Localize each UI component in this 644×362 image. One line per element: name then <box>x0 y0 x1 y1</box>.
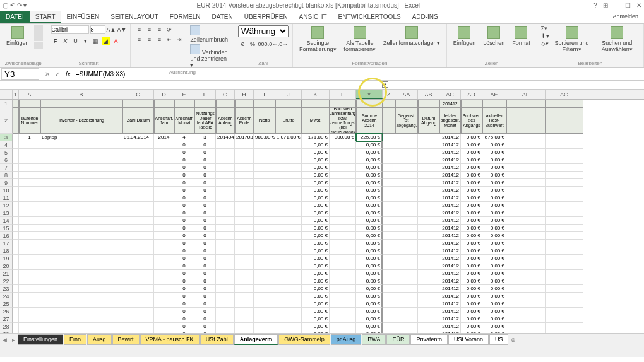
cell[interactable] <box>395 255 418 262</box>
cell[interactable]: 201412 <box>439 100 461 107</box>
cell[interactable]: 201412 <box>439 225 461 232</box>
cell[interactable] <box>216 209 235 217</box>
sheet-tab[interactable]: USt.Vorann <box>448 334 489 345</box>
cell[interactable] <box>506 156 546 164</box>
cell[interactable] <box>235 232 254 240</box>
cell[interactable] <box>254 209 275 217</box>
cell[interactable]: 0 <box>194 308 216 315</box>
format-cells-button[interactable]: Format <box>510 25 533 47</box>
cell[interactable] <box>19 285 40 293</box>
cell[interactable] <box>418 247 439 255</box>
row-header[interactable]: 4 <box>0 141 13 149</box>
cell[interactable]: 201412 <box>439 330 461 333</box>
cell[interactable] <box>275 285 302 293</box>
cell[interactable] <box>275 187 302 194</box>
cell[interactable] <box>395 240 418 247</box>
cell[interactable]: 0,00 € <box>356 232 383 240</box>
cell[interactable]: 0 <box>194 330 216 333</box>
cell[interactable] <box>19 293 40 300</box>
cell[interactable] <box>546 156 583 164</box>
col-header[interactable]: AG <box>546 90 583 99</box>
cell[interactable] <box>395 293 418 300</box>
cell[interactable] <box>154 194 174 202</box>
cell[interactable] <box>275 100 302 107</box>
cell[interactable]: 900,00 € <box>330 134 356 141</box>
align-center-icon[interactable]: ≡ <box>145 35 153 44</box>
cell[interactable] <box>235 164 254 172</box>
cell[interactable] <box>383 225 395 232</box>
cell[interactable] <box>40 225 122 232</box>
cell[interactable]: 0,00 € <box>461 330 482 333</box>
cell[interactable] <box>383 270 395 277</box>
cell[interactable]: 0 <box>194 323 216 330</box>
cell[interactable] <box>216 149 235 156</box>
fill-color-icon[interactable]: ◢ <box>102 37 110 45</box>
format-table-button[interactable]: Als Tabelle formatieren▾ <box>342 25 379 54</box>
cell[interactable]: 0,00 € <box>302 255 330 262</box>
cell[interactable] <box>235 172 254 179</box>
cell[interactable]: 0,00 € <box>461 323 482 330</box>
cell[interactable]: 0 <box>194 247 216 255</box>
cell[interactable] <box>40 100 122 107</box>
cell[interactable] <box>383 107 395 134</box>
cell[interactable] <box>19 240 40 247</box>
cell[interactable]: 0,00 € <box>482 315 506 323</box>
sheet-tab[interactable]: Ausg <box>87 334 112 345</box>
cell[interactable] <box>40 262 122 270</box>
cond-format-button[interactable]: Bedingte Formatierung▾ <box>297 25 339 54</box>
cell[interactable] <box>275 209 302 217</box>
cell[interactable] <box>330 217 356 225</box>
cell[interactable]: Zahl.Datum <box>122 107 154 134</box>
cell[interactable] <box>546 100 583 107</box>
cell[interactable] <box>122 255 154 262</box>
cell[interactable] <box>395 134 418 141</box>
percent-icon[interactable]: % <box>248 40 257 49</box>
cell[interactable] <box>418 202 439 209</box>
cell[interactable]: 0,00 € <box>482 247 506 255</box>
cell[interactable] <box>546 179 583 187</box>
col-header[interactable]: H <box>235 90 254 99</box>
row-header[interactable]: 6 <box>0 156 13 164</box>
cell[interactable] <box>122 240 154 247</box>
cell[interactable] <box>122 172 154 179</box>
cell[interactable] <box>330 240 356 247</box>
cell[interactable] <box>40 179 122 187</box>
cell[interactable] <box>418 240 439 247</box>
cell[interactable]: 0,00 € <box>356 202 383 209</box>
cell[interactable] <box>19 255 40 262</box>
cell[interactable]: 0,00 € <box>302 330 330 333</box>
cell[interactable] <box>383 277 395 285</box>
cell[interactable]: Summe Abschr. 2014 <box>356 107 383 134</box>
cell[interactable] <box>40 232 122 240</box>
cell[interactable] <box>122 100 154 107</box>
cell[interactable] <box>154 187 174 194</box>
cell[interactable] <box>395 100 418 107</box>
sheet-tab[interactable]: USt.Zahl <box>200 334 234 345</box>
cell[interactable] <box>19 156 40 164</box>
cell[interactable] <box>395 323 418 330</box>
cell[interactable]: 2014 <box>154 134 174 141</box>
cell[interactable] <box>275 247 302 255</box>
row-header[interactable]: 13 <box>0 209 13 217</box>
cell[interactable] <box>383 293 395 300</box>
cell[interactable]: 675,00 € <box>482 134 506 141</box>
cell[interactable]: 0 <box>174 209 194 217</box>
cell[interactable] <box>383 285 395 293</box>
cell[interactable] <box>418 141 439 149</box>
cell[interactable]: 0,00 € <box>302 232 330 240</box>
cell[interactable]: Buchwert des Abgangs <box>461 107 482 134</box>
cancel-formula-icon[interactable]: ✕ <box>43 70 52 79</box>
cell[interactable] <box>395 164 418 172</box>
cell[interactable] <box>235 194 254 202</box>
cell[interactable]: 0,00 € <box>356 141 383 149</box>
name-box[interactable] <box>1 68 39 80</box>
cell[interactable]: 0 <box>174 262 194 270</box>
cell[interactable] <box>19 232 40 240</box>
cell[interactable]: 0,00 € <box>482 141 506 149</box>
cell[interactable] <box>216 225 235 232</box>
cell[interactable] <box>216 232 235 240</box>
cell[interactable] <box>275 217 302 225</box>
cell[interactable]: Brutto <box>275 107 302 134</box>
cell[interactable] <box>383 141 395 149</box>
cell[interactable]: 0,00 € <box>482 172 506 179</box>
